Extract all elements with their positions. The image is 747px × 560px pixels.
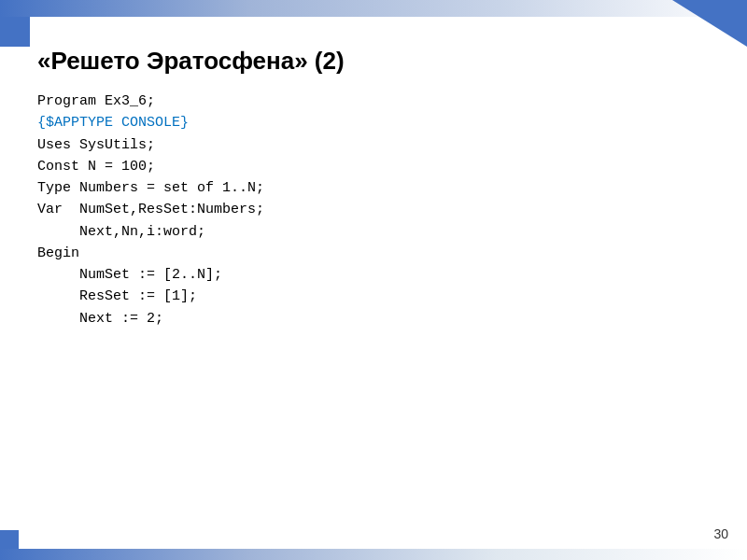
top-left-square xyxy=(0,17,30,47)
code-line-6: Var NumSet,ResSet:Numbers; xyxy=(37,199,710,220)
slide-title: «Решето Эратосфена» (2) xyxy=(37,47,710,76)
page-number: 30 xyxy=(713,526,728,541)
top-bar xyxy=(0,0,747,17)
code-line-4: Const N = 100; xyxy=(37,156,710,177)
code-line-3: Uses SysUtils; xyxy=(37,134,710,156)
code-line-10: ResSet := [1]; xyxy=(37,286,710,307)
code-line-7: Next,Nn,i:word; xyxy=(37,221,710,243)
code-line-11: Next := 2; xyxy=(37,308,710,329)
code-line-1: Program Ex3_6; xyxy=(37,91,710,112)
bottom-left-square xyxy=(0,530,19,549)
bottom-bar xyxy=(0,549,747,560)
code-block: Program Ex3_6; {$APPTYPE CONSOLE} Uses S… xyxy=(37,91,710,329)
code-line-9: NumSet := [2..N]; xyxy=(37,264,710,286)
code-line-8: Begin xyxy=(37,243,710,264)
code-line-2: {$APPTYPE CONSOLE} xyxy=(37,112,710,133)
slide-content: «Решето Эратосфена» (2) Program Ex3_6; {… xyxy=(37,47,710,523)
code-line-5: Type Numbers = set of 1..N; xyxy=(37,177,710,199)
top-right-decoration xyxy=(672,0,747,47)
